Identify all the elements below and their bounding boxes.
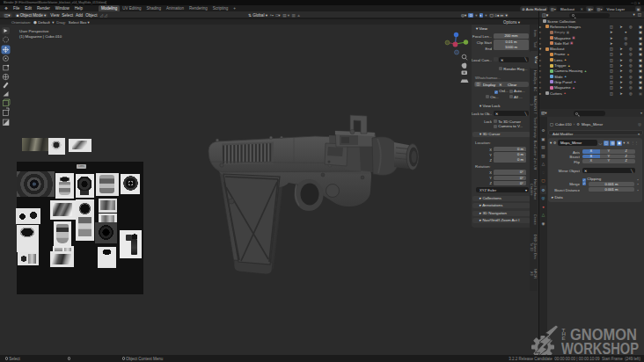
- svg-text:WORKSHOP: WORKSHOP: [561, 339, 639, 355]
